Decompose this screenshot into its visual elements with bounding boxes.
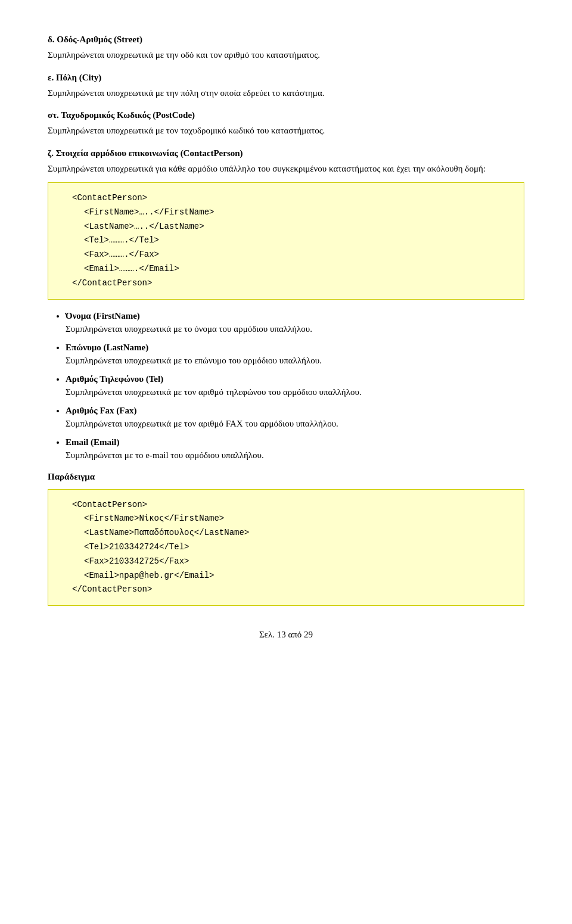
example-label: Παράδειγμα [48, 472, 524, 482]
bullet-item-lastname: Επώνυμο (LastName) Συμπληρώνεται υποχρεω… [66, 341, 524, 368]
bullet-item-firstname: Όνομα (FirstName) Συμπληρώνεται υποχρεωτ… [66, 309, 524, 336]
bullet-item-tel-title: Αριθμός Τηλεφώνου (Tel) [66, 374, 163, 384]
example-line-0: <ContactPerson> [72, 498, 509, 512]
xml-template-line-5: <Email>……….</Email> [84, 262, 509, 276]
contactperson-section: ζ. Στοιχεία αρμόδιου επικοινωνίας (Conta… [48, 148, 524, 176]
example-xml-box: <ContactPerson> <FirstName>Νίκος</FirstN… [48, 489, 524, 606]
page-footer: Σελ. 13 από 29 [48, 630, 524, 640]
bullet-list: Όνομα (FirstName) Συμπληρώνεται υποχρεωτ… [66, 309, 524, 462]
bullet-item-fax-text: Συμπληρώνεται υποχρεωτικά με τον αριθμό … [66, 419, 338, 428]
example-line-2: <LastName>Παπαδόπουλος</LastName> [84, 526, 509, 540]
xml-template-line-2: <LastName>…..</LastName> [84, 220, 509, 234]
xml-template-line-4: <Fax>……….</Fax> [84, 248, 509, 262]
bullet-item-email-text: Συμπληρώνεται με το e-mail του αρμόδιου … [66, 450, 264, 460]
xml-template-line-3: <Tel>……….</Tel> [84, 234, 509, 248]
bullet-item-firstname-text: Συμπληρώνεται υποχρεωτικά με το όνομα το… [66, 324, 312, 334]
city-section: ε. Πόλη (City) Συμπληρώνεται υποχρεωτικά… [48, 73, 524, 100]
bullet-item-email: Email (Email) Συμπληρώνεται με το e-mail… [66, 435, 524, 462]
street-heading: δ. Οδός-Αριθμός (Street) [48, 35, 524, 45]
example-lines-inner: <FirstName>Νίκος</FirstName> <LastName>Π… [84, 512, 509, 583]
bullet-item-lastname-text: Συμπληρώνεται υποχρεωτικά με το επώνυμο … [66, 356, 322, 365]
xml-template-line-0: <ContactPerson> [72, 191, 509, 206]
bullet-item-lastname-title: Επώνυμο (LastName) [66, 343, 148, 352]
xml-template-line-6: </ContactPerson> [72, 276, 509, 291]
street-text: Συμπληρώνεται υποχρεωτικά με την οδό και… [48, 48, 524, 62]
xml-template-box: <ContactPerson> <FirstName>…..</FirstNam… [48, 182, 524, 300]
city-text: Συμπληρώνεται υποχρεωτικά με την πόλη στ… [48, 86, 524, 100]
bullet-item-fax: Αριθμός Fax (Fax) Συμπληρώνεται υποχρεωτ… [66, 404, 524, 431]
bullet-item-email-title: Email (Email) [66, 437, 119, 447]
page-number: Σελ. 13 από 29 [259, 630, 313, 639]
example-line-5: <Email>npap@heb.gr</Email> [84, 569, 509, 583]
contactperson-intro-text: Συμπληρώνεται υποχρεωτικά για κάθε αρμόδ… [48, 162, 524, 176]
city-heading: ε. Πόλη (City) [48, 73, 524, 83]
bullet-item-tel-text: Συμπληρώνεται υποχρεωτικά με τον αριθμό … [66, 387, 362, 397]
bullet-item-fax-title: Αριθμός Fax (Fax) [66, 406, 137, 415]
postcode-text: Συμπληρώνεται υποχρεωτικά με τον ταχυδρο… [48, 124, 524, 138]
contactperson-heading: ζ. Στοιχεία αρμόδιου επικοινωνίας (Conta… [48, 148, 524, 158]
example-line-6: </ContactPerson> [72, 583, 509, 597]
street-section: δ. Οδός-Αριθμός (Street) Συμπληρώνεται υ… [48, 35, 524, 62]
bullet-item-firstname-title: Όνομα (FirstName) [66, 311, 140, 321]
postcode-section: στ. Ταχυδρομικός Κωδικός (PostCode) Συμπ… [48, 110, 524, 138]
xml-template-lines-inner: <FirstName>…..</FirstName> <LastName>…..… [84, 206, 509, 276]
postcode-heading: στ. Ταχυδρομικός Κωδικός (PostCode) [48, 110, 524, 120]
example-line-4: <Fax>2103342725</Fax> [84, 555, 509, 569]
example-line-3: <Tel>2103342724</Tel> [84, 540, 509, 555]
example-line-1: <FirstName>Νίκος</FirstName> [84, 512, 509, 526]
bullet-item-tel: Αριθμός Τηλεφώνου (Tel) Συμπληρώνεται υπ… [66, 372, 524, 399]
xml-template-line-1: <FirstName>…..</FirstName> [84, 206, 509, 220]
